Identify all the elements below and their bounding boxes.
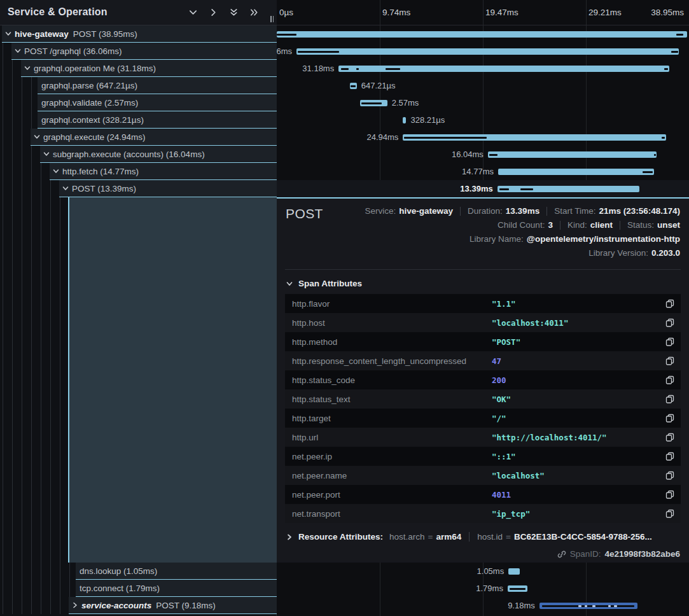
timeline-rows-top: 36.06ms31.18ms647.21µs2.57ms328.21µs24.9… [277,25,689,197]
panel-resize-handle[interactable] [270,16,274,22]
copy-button[interactable] [659,414,681,423]
expander-chevron-down-icon[interactable] [24,65,31,71]
span-operation-label: tcp.connect (1.79ms) [80,584,160,593]
span-bar[interactable] [338,66,669,72]
expander-chevron-down-icon[interactable] [15,48,21,54]
duration-label: 31.18ms [302,60,334,77]
copy-button[interactable] [659,337,681,346]
span-bar[interactable] [498,186,639,192]
copy-button[interactable] [659,318,681,327]
timeline-row: 1.79ms [277,580,689,597]
span-row-content[interactable]: subgraph.execute (accounts) (16.04ms) [40,146,277,163]
indent-guide [3,43,3,60]
span-row-content[interactable]: hive-gatewayPOST (38.95ms) [2,25,277,43]
span-bar-tick [520,188,533,190]
span-bar[interactable] [488,151,657,158]
expander-chevron-right-icon[interactable] [72,602,78,608]
copy-button[interactable] [659,299,681,308]
indent-guide [50,563,51,580]
double-chevron-down-icon[interactable] [229,8,239,17]
span-bar[interactable] [508,568,520,575]
span-attributes-header[interactable]: Span Attributes [286,279,362,288]
copy-button[interactable] [659,452,681,461]
duration-label: 14.77ms [462,163,494,180]
span-row-content[interactable]: graphql.execute (24.94ms) [31,129,277,146]
span-row-content[interactable]: POST /graphql (36.06ms) [11,43,277,60]
indent-guide [31,94,32,111]
expander-chevron-down-icon[interactable] [43,151,50,157]
expander-chevron-down-icon[interactable] [34,134,40,140]
attribute-value: 200 [492,375,659,385]
span-tree-row[interactable]: tcp.connect (1.79ms) [0,580,277,597]
span-bar-tick [671,51,678,53]
indent-guide [12,580,13,597]
span-bar[interactable] [498,169,654,175]
span-tree-row[interactable]: dns.lookup (1.05ms) [0,563,277,580]
span-operation-label: graphql.execute (24.94ms) [43,132,146,142]
resource-attributes-row[interactable]: Resource Attributes: host.arch=arm64host… [286,532,652,542]
attribute-value: "localhost" [492,471,659,480]
duration-label: 16.04ms [452,146,484,163]
span-tree-row[interactable]: graphql.validate (2.57ms) [0,94,277,111]
expander-chevron-down-icon[interactable] [62,185,69,192]
expander-chevron-down-icon[interactable] [5,31,11,37]
span-bar[interactable] [360,100,387,106]
attribute-row: http.target"/" [285,409,681,428]
indent-guide [31,597,32,614]
indent-guide [22,597,22,614]
indent-guide [31,111,32,129]
copy-button[interactable] [659,471,681,480]
copy-button[interactable] [659,433,681,442]
span-tree-row[interactable]: graphql.execute (24.94ms) [0,129,277,146]
detail-field-value: 0.203.0 [651,248,680,258]
copy-button[interactable] [659,375,681,384]
span-bar-tick [664,68,668,70]
span-tree-row[interactable]: POST (13.39ms) [0,180,277,197]
span-bar[interactable] [350,83,357,89]
span-row-content[interactable]: graphql.operation Me (31.18ms) [21,60,277,77]
ruler-tick-label: 19.47ms [485,0,518,25]
span-attributes-title: Span Attributes [298,279,362,288]
span-row-content[interactable]: graphql.parse (647.21µs) [38,77,277,94]
span-row-content[interactable]: graphql.context (328.21µs) [38,111,277,129]
span-tree-row[interactable]: subgraph.execute (accounts) (16.04ms) [0,146,277,163]
span-tree-row[interactable]: graphql.operation Me (31.18ms) [0,60,277,77]
span-bar-tick [614,605,617,607]
span-bar[interactable] [277,31,687,38]
span-bar[interactable] [508,585,527,592]
span-row-content[interactable]: http.fetch (14.77ms) [50,163,277,180]
meta-separator [460,207,461,216]
selected-span-detail-spacer [68,197,277,563]
span-bar[interactable] [539,603,637,609]
span-row-content[interactable]: POST (13.39ms) [59,180,277,197]
span-bar[interactable] [403,117,406,123]
attribute-key: http.url [285,433,492,442]
span-row-content[interactable]: dns.lookup (1.05ms) [76,563,277,580]
span-row-content[interactable]: service-accountsPOST (9.18ms) [69,597,277,614]
copy-button[interactable] [659,356,681,365]
link-icon[interactable] [557,550,566,559]
span-tree-row[interactable]: graphql.context (328.21µs) [0,111,277,129]
detail-field-value: client [590,220,613,230]
chevron-down-icon[interactable] [188,8,198,17]
span-tree-row[interactable]: hive-gatewayPOST (38.95ms) [0,25,277,43]
copy-button[interactable] [659,490,681,499]
double-chevron-right-icon[interactable] [249,8,259,17]
span-tree-row[interactable]: http.fetch (14.77ms) [0,163,277,180]
copy-icon [665,433,674,442]
chevron-right-icon[interactable] [209,8,218,17]
span-row-content[interactable]: graphql.validate (2.57ms) [38,94,277,111]
span-bar[interactable] [296,48,679,55]
expander-chevron-down-icon[interactable] [53,168,59,174]
span-row-content[interactable]: tcp.connect (1.79ms) [76,580,277,597]
span-bar[interactable] [403,134,666,141]
span-tree-row[interactable]: graphql.parse (647.21µs) [0,77,277,94]
span-tree-row[interactable]: service-accountsPOST (9.18ms) [0,597,277,614]
detail-field-value: hive-gateway [399,206,453,216]
copy-button[interactable] [659,509,681,518]
indent-guide [12,563,13,580]
attribute-value: "OK" [492,395,659,404]
span-id-value: 4e21998f3b82abe6 [604,549,680,559]
span-tree-row[interactable]: POST /graphql (36.06ms) [0,43,277,60]
copy-button[interactable] [659,395,681,403]
